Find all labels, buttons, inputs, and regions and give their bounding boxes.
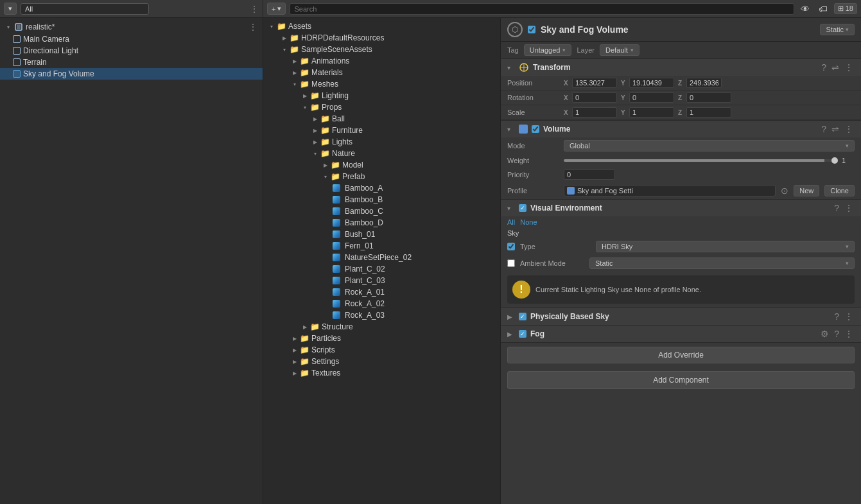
type-checkbox[interactable] xyxy=(507,243,515,250)
volume-settings-button[interactable]: ⇌ xyxy=(830,124,840,134)
transform-settings-button[interactable]: ⇌ xyxy=(830,62,840,73)
hierarchy-search-input[interactable] xyxy=(21,3,149,15)
physically-based-sky-header[interactable]: ▶ ✓ Physically Based Sky ? ⋮ xyxy=(501,308,861,325)
mode-dropdown[interactable]: Global ▾ xyxy=(564,140,855,152)
priority-input[interactable] xyxy=(564,169,615,180)
fog-settings-button[interactable]: ⚙ xyxy=(819,329,830,339)
volume-header[interactable]: ▾ Volume ? ⇌ ⋮ xyxy=(501,121,861,137)
tree-item-bamboo-d[interactable]: Bamboo_D xyxy=(263,217,500,229)
profile-select-button[interactable]: ⊙ xyxy=(781,186,788,196)
tree-item-furniture[interactable]: ▶ 📁 Furniture xyxy=(263,125,500,136)
add-scene-button[interactable]: ▾ xyxy=(4,3,17,15)
transform-header[interactable]: ▾ Transform ? ⇌ ⋮ xyxy=(501,59,861,76)
position-z-input[interactable] xyxy=(686,78,722,88)
assets-panel: ▾ 📁 Assets ▶ 📁 HDRPDefaultResources ▾ 📁 … xyxy=(263,18,501,504)
visual-environment-header[interactable]: ▾ ✓ Visual Environment ? ⋮ xyxy=(501,200,861,216)
fog-help-button[interactable]: ? xyxy=(833,329,840,339)
tree-item-bamboo-b[interactable]: Bamboo_B xyxy=(263,194,500,205)
tree-item-rock-a-03[interactable]: Rock_A_03 xyxy=(263,309,500,321)
layer-dropdown[interactable]: Default ▾ xyxy=(600,44,639,56)
scale-z-input[interactable] xyxy=(686,107,731,117)
tree-item-plant-c-03[interactable]: Plant_C_03 xyxy=(263,275,500,286)
transform-menu-button[interactable]: ⋮ xyxy=(843,62,855,73)
tree-item-plant-c-02[interactable]: Plant_C_02 xyxy=(263,263,500,275)
scene-menu-button[interactable]: ⋮ xyxy=(248,22,257,32)
add-override-button[interactable]: Add Override xyxy=(507,347,855,363)
none-button[interactable]: None xyxy=(520,218,537,226)
tree-item-prefab[interactable]: ▾ 📁 Prefab xyxy=(263,171,500,182)
fog-header[interactable]: ▶ ✓ Fog ⚙ ? ⋮ xyxy=(501,326,861,342)
tree-item-natureset[interactable]: NatureSetPiece_02 xyxy=(263,252,500,263)
scale-label: Scale xyxy=(507,109,559,116)
tree-item-ball[interactable]: ▶ 📁 Ball xyxy=(263,113,500,125)
tree-item-textures[interactable]: ▶ 📁 Textures xyxy=(263,367,500,379)
layers-icon: ⊞ xyxy=(838,4,844,12)
tag-icon-button[interactable]: 🏷 xyxy=(816,3,830,15)
tree-item-props[interactable]: ▾ 📁 Props xyxy=(263,101,500,113)
fog-check-icon: ✓ xyxy=(519,330,526,338)
ambient-mode-dropdown[interactable]: Static ▾ xyxy=(589,257,855,269)
tree-item-scripts[interactable]: ▶ 📁 Scripts xyxy=(263,344,500,356)
add-component-button[interactable]: Add Component xyxy=(507,371,855,389)
sky-type-dropdown[interactable]: HDRI Sky ▾ xyxy=(596,241,855,252)
scale-x-input[interactable] xyxy=(572,107,617,117)
tree-item-animations[interactable]: ▶ 📁 Animations xyxy=(263,55,500,67)
static-dropdown[interactable]: Static ▾ xyxy=(820,24,855,35)
tree-item-structure[interactable]: ▶ 📁 Structure xyxy=(263,321,500,333)
volume-help-button[interactable]: ? xyxy=(820,124,828,134)
clone-profile-button[interactable]: Clone xyxy=(824,185,855,196)
tree-item-rock-a-01[interactable]: Rock_A_01 xyxy=(263,286,500,298)
hierarchy-root-item[interactable]: ▾ realistic* ⋮ xyxy=(0,21,263,33)
scale-y-input[interactable] xyxy=(629,107,674,117)
rotation-x-input[interactable] xyxy=(572,92,617,103)
new-profile-button[interactable]: New xyxy=(794,185,819,196)
tree-item-rock-a-02[interactable]: Rock_A_02 xyxy=(263,298,500,309)
eye-icon-button[interactable]: 👁 xyxy=(798,3,812,15)
hierarchy-item-main-camera[interactable]: Main Camera xyxy=(0,33,263,45)
phys-sky-help-button[interactable]: ? xyxy=(833,311,840,322)
particles-label: Particles xyxy=(311,334,341,343)
tree-item-meshes[interactable]: ▾ 📁 Meshes xyxy=(263,78,500,90)
vis-env-help-button[interactable]: ? xyxy=(833,203,840,213)
assets-search-input[interactable] xyxy=(290,3,794,15)
tag-dropdown[interactable]: Untagged ▾ xyxy=(524,44,572,56)
tree-item-model[interactable]: ▶ 📁 Model xyxy=(263,159,500,171)
all-button[interactable]: All xyxy=(507,218,515,226)
vis-env-menu-button[interactable]: ⋮ xyxy=(843,203,855,213)
type-row: Type HDRI Sky ▾ xyxy=(501,238,861,255)
volume-menu-button[interactable]: ⋮ xyxy=(843,124,855,134)
transform-help-button[interactable]: ? xyxy=(820,62,828,73)
assets-root-item[interactable]: ▾ 📁 Assets xyxy=(263,21,500,32)
hierarchy-item-terrain[interactable]: Terrain xyxy=(0,56,263,68)
position-y-input[interactable] xyxy=(629,78,674,88)
tree-item-lights[interactable]: ▶ 📁 Lights xyxy=(263,136,500,148)
fog-menu-button[interactable]: ⋮ xyxy=(843,329,855,339)
tree-item-lighting[interactable]: ▶ 📁 Lighting xyxy=(263,90,500,101)
hierarchy-menu-button[interactable]: ⋮ xyxy=(250,4,259,14)
weight-slider[interactable] xyxy=(564,159,838,162)
layers-badge[interactable]: ⊞ 18 xyxy=(834,3,857,14)
add-asset-button[interactable]: + ▾ xyxy=(267,3,286,15)
tree-item-fern-01[interactable]: Fern_01 xyxy=(263,240,500,252)
tree-item-nature[interactable]: ▾ 📁 Nature xyxy=(263,148,500,159)
tree-item-bamboo-c[interactable]: Bamboo_C xyxy=(263,205,500,217)
profile-field[interactable]: Sky and Fog Setti xyxy=(564,185,776,196)
tree-item-particles[interactable]: ▶ 📁 Particles xyxy=(263,333,500,344)
tree-item-sample[interactable]: ▾ 📁 SampleSceneAssets xyxy=(263,44,500,55)
tree-item-bush-01[interactable]: Bush_01 xyxy=(263,229,500,240)
position-x-input[interactable] xyxy=(572,78,617,88)
volume-actions: ? ⇌ ⋮ xyxy=(820,124,855,134)
phys-sky-menu-button[interactable]: ⋮ xyxy=(843,311,855,322)
tree-item-materials[interactable]: ▶ 📁 Materials xyxy=(263,67,500,78)
badge-count: 18 xyxy=(846,4,853,12)
ambient-mode-checkbox[interactable] xyxy=(507,259,515,267)
tree-item-settings[interactable]: ▶ 📁 Settings xyxy=(263,356,500,367)
rotation-y-input[interactable] xyxy=(629,92,674,103)
hierarchy-item-sky-fog[interactable]: Sky and Fog Volume xyxy=(0,68,263,80)
rotation-z-input[interactable] xyxy=(686,92,731,103)
tree-item-bamboo-a[interactable]: Bamboo_A xyxy=(263,182,500,194)
object-enabled-checkbox[interactable] xyxy=(528,26,535,33)
hierarchy-item-directional-light[interactable]: Directional Light xyxy=(0,45,263,56)
volume-enabled-checkbox[interactable] xyxy=(532,125,539,133)
tree-item-hdrp[interactable]: ▶ 📁 HDRPDefaultResources xyxy=(263,32,500,44)
